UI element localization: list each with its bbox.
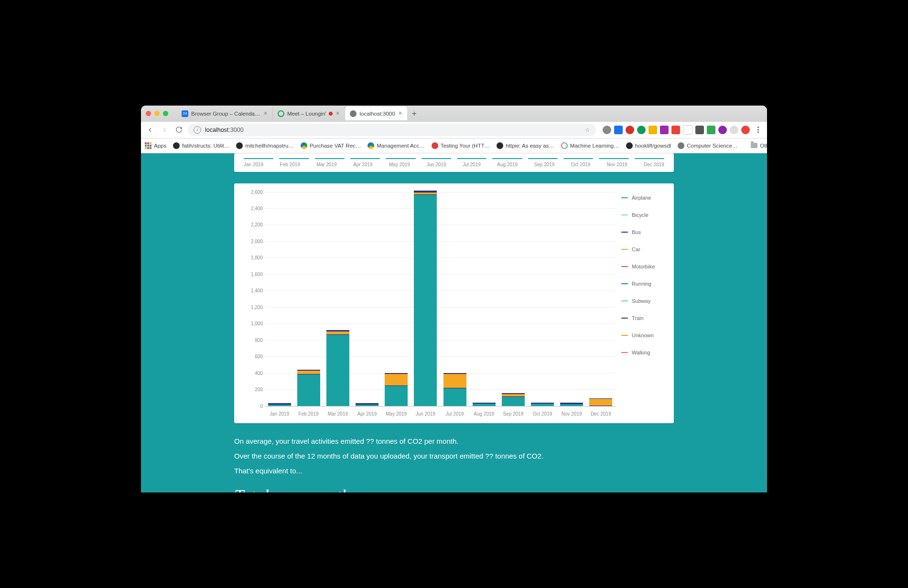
legend-item[interactable]: Walking <box>621 350 664 355</box>
bar-segment-car[interactable] <box>589 399 612 406</box>
tab-favicon-icon <box>350 110 357 117</box>
bar-column[interactable] <box>589 398 612 406</box>
legend-item[interactable]: Motorbike <box>621 264 664 269</box>
bookmark-favicon-icon <box>432 142 438 149</box>
bookmark-favicon-icon <box>497 142 503 149</box>
minimize-window-icon[interactable] <box>154 111 160 116</box>
site-info-icon[interactable]: i <box>194 126 201 134</box>
folder-icon <box>751 143 757 148</box>
bar-segment-airplane[interactable] <box>502 397 525 406</box>
bar-column[interactable] <box>356 403 378 406</box>
summary-line-3: That's equivalent to... <box>234 464 674 477</box>
bar-column[interactable] <box>385 373 408 406</box>
bookmark-item[interactable]: mitchellh/mapstru… <box>236 142 294 149</box>
bar-segment-airplane[interactable] <box>356 405 378 406</box>
extension-icon[interactable] <box>741 126 750 134</box>
legend-item[interactable]: Bicycle <box>621 212 664 218</box>
bar-segment-airplane[interactable] <box>326 335 349 406</box>
chart-plot-area[interactable]: 02004006008001,0001,2001,4001,6001,8002,… <box>244 192 616 417</box>
bookmark-item[interactable]: httpie: As easy as… <box>497 142 554 149</box>
bookmark-label: httpie: As easy as… <box>506 143 554 149</box>
extension-icon[interactable] <box>603 126 611 134</box>
bar-column[interactable] <box>297 370 320 406</box>
bar-segment-airplane[interactable] <box>385 386 408 406</box>
y-tick-label: 0 <box>260 403 263 408</box>
y-tick-label: 800 <box>255 337 263 342</box>
bar-segment-bus[interactable] <box>589 406 612 406</box>
extension-icon[interactable] <box>671 126 680 134</box>
bar-segment-airplane[interactable] <box>443 388 466 406</box>
legend-item[interactable]: Running <box>621 281 664 287</box>
extension-icon[interactable] <box>718 126 727 134</box>
extension-icon[interactable] <box>695 126 704 134</box>
bookmark-item[interactable]: Purchase VAT Rec… <box>301 142 361 149</box>
bookmark-item[interactable]: fatih/structs: Utilit… <box>173 142 229 149</box>
maximize-window-icon[interactable] <box>163 111 168 116</box>
bar-column[interactable] <box>531 403 554 406</box>
legend-item[interactable]: Bus <box>621 229 664 235</box>
bookmark-item[interactable]: Testing Your (HTT… <box>432 142 490 149</box>
close-tab-icon[interactable]: ✕ <box>398 110 402 117</box>
close-window-icon[interactable] <box>146 111 151 116</box>
apps-label: Apps <box>154 143 166 149</box>
bar-column[interactable] <box>414 191 437 406</box>
bar-column[interactable] <box>473 403 496 406</box>
extension-icon[interactable] <box>637 126 646 134</box>
legend-item[interactable]: Train <box>621 315 664 321</box>
extension-icon[interactable] <box>649 126 657 134</box>
reload-button[interactable] <box>173 125 184 135</box>
page-viewport[interactable]: Jan 2019Feb 2019Mar 2019Apr 2019May 2019… <box>141 153 767 492</box>
menu-button[interactable] <box>753 125 763 135</box>
bar-segment-car[interactable] <box>443 374 466 388</box>
bar-segment-airplane[interactable] <box>297 374 320 406</box>
bar-segment-airplane[interactable] <box>531 404 554 406</box>
browser-tab[interactable]: Meet – Loungin'✕ <box>273 107 345 121</box>
bar-column[interactable] <box>443 373 466 406</box>
mini-x-tick: Nov 2019 <box>607 162 627 167</box>
star-icon[interactable]: ☆ <box>585 127 590 133</box>
extensions-area <box>603 125 763 135</box>
forward-button[interactable] <box>159 125 170 135</box>
bar-segment-airplane[interactable] <box>473 404 496 406</box>
bookmark-favicon-icon <box>301 142 307 149</box>
bookmark-item[interactable]: Computer Science… <box>678 142 737 149</box>
extension-icon[interactable] <box>614 126 623 134</box>
other-bookmarks-label: Other Bookmarks <box>760 143 767 149</box>
back-button[interactable] <box>145 125 155 135</box>
address-bar[interactable]: i localhost:3000 ☆ <box>188 124 596 136</box>
legend-item[interactable]: Unknown <box>621 332 664 338</box>
extension-icon[interactable] <box>683 125 692 135</box>
apps-button[interactable]: Apps <box>145 142 166 149</box>
browser-tab[interactable]: 24Browser Group – Calendar - W…✕ <box>177 107 273 121</box>
bar-column[interactable] <box>502 393 525 406</box>
legend-item[interactable]: Subway <box>621 298 664 304</box>
other-bookmarks-button[interactable]: Other Bookmarks <box>751 143 767 149</box>
bar-segment-car[interactable] <box>385 374 408 385</box>
bookmark-item[interactable]: Management Acc… <box>368 142 424 149</box>
profile-avatar-icon[interactable] <box>730 126 738 134</box>
bar-segment-airplane[interactable] <box>268 405 291 406</box>
bar-segment-airplane[interactable] <box>414 195 437 406</box>
bookmark-item[interactable]: Machine Learning… <box>561 142 619 149</box>
window-controls[interactable] <box>146 111 168 116</box>
bar-column[interactable] <box>268 403 291 406</box>
bar-column[interactable] <box>326 330 349 406</box>
bookmark-favicon-icon <box>236 142 243 149</box>
x-tick-label: Jun 2019 <box>414 411 437 417</box>
x-tick-label: Apr 2019 <box>356 411 378 417</box>
extension-icon[interactable] <box>626 126 634 134</box>
extension-icon[interactable] <box>707 126 715 134</box>
close-tab-icon[interactable]: ✕ <box>263 110 268 117</box>
browser-tab[interactable]: localhost:3000✕ <box>345 107 407 121</box>
extension-icon[interactable] <box>660 126 669 134</box>
close-tab-icon[interactable]: ✕ <box>335 110 340 117</box>
bar-segment-car[interactable] <box>297 371 320 374</box>
bar-column[interactable] <box>560 403 583 406</box>
bookmarks-bar: Apps fatih/structs: Utilit…mitchellh/map… <box>141 139 767 153</box>
bookmark-item[interactable]: hooklift/gowsdl <box>626 142 671 149</box>
legend-item[interactable]: Airplane <box>621 195 664 201</box>
bar-segment-airplane[interactable] <box>560 404 583 406</box>
x-tick-label: Jan 2019 <box>268 411 291 417</box>
new-tab-button[interactable]: + <box>407 109 422 118</box>
legend-item[interactable]: Car <box>621 246 664 252</box>
